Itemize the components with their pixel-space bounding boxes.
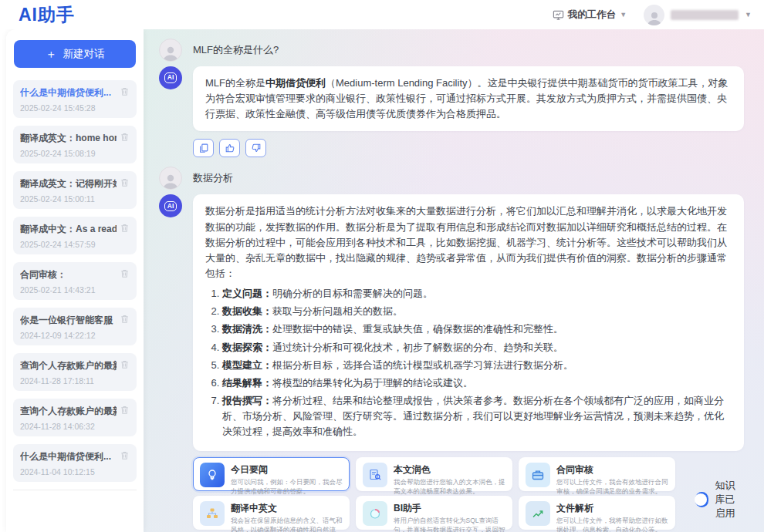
conversation-time: 2024-12-09 14:22:12 [20,331,130,340]
thumbs-down-button[interactable] [245,139,266,157]
trash-icon[interactable] [120,405,130,415]
trash-icon[interactable] [120,314,130,324]
trend-chart-icon [526,501,550,526]
conversation-time: 2025-02-24 14:57:59 [20,240,130,249]
conversation-title: 查询个人存款账户的最新... [20,359,117,372]
card-title: 合同审核 [556,463,668,476]
step-label: 模型建立： [222,359,272,371]
trash-icon[interactable] [120,86,130,96]
conversation-time: 2025-02-24 15:45:28 [20,103,130,113]
person-icon [161,44,180,61]
user-message-avatar [159,39,182,62]
ai-avatar: AI [159,194,182,217]
person-icon [646,10,663,25]
chevron-down-icon[interactable]: ▼ [745,11,752,19]
card-translate[interactable]: 翻译中英文 我会旨在保留原始信息的含义、语气和风格，以确保翻译的准确性和自然流畅… [193,496,350,530]
step-label: 数据收集： [222,305,272,317]
thumbs-up-button[interactable] [219,139,240,157]
card-title: 今日要闻 [231,463,343,476]
trash-icon[interactable] [120,359,130,369]
step-label: 结果解释： [222,377,272,389]
card-today-news[interactable]: 今日要闻 您可以问我，例如：今日要闻，我会尽力提供准确和可靠的答案。 [193,457,350,491]
monitor-icon [553,9,564,21]
workspace-label: 我的工作台 [568,8,617,22]
card-desc: 您可以上传文件，我将帮助您进行如数据处理、信息检索、自动化办公等。 [556,517,668,532]
analysis-steps: 定义问题：明确分析的目标和需要解决的问题。 数据收集：获取与分析问题相关的数据。… [205,286,732,439]
knowledge-base-toggle-group: 知识库已启用 [695,479,744,520]
knowledge-base-toggle[interactable] [695,492,708,507]
analysis-step: 报告撰写：将分析过程、结果和结论整理成报告，供决策者参考。数据分析在各个领域都有… [222,393,732,439]
feature-zone: 今日要闻 您可以问我，例如：今日要闻，我会尽力提供准确和可靠的答案。 本文润色 … [193,457,744,530]
step-desc: 获取与分析问题相关的数据。 [272,305,403,317]
trash-icon[interactable] [120,132,130,142]
analysis-step: 定义问题：明确分析的目标和需要解决的问题。 [222,286,732,301]
conversation-title: 翻译成中文：As a reader... [20,223,117,236]
answer-bold: 中期借贷便利 [265,77,326,89]
ai-badge: AI [164,201,177,211]
conversation-item[interactable]: 什么是中期借贷便利... 2024-11-04 10:12:15 [13,444,137,482]
conversation-item[interactable]: 翻译成英文：记得刚开始... 2025-02-24 15:00:11 [13,171,137,209]
card-text-polish[interactable]: 本文润色 我会帮助您进行您输入的文本润色，提高文本的流畅度和表达效果。 [356,457,512,491]
feature-cards: 今日要闻 您可以问我，例如：今日要闻，我会尽力提供准确和可靠的答案。 本文润色 … [193,457,675,530]
conversation-item[interactable]: 翻译成中文：As a reader... 2025-02-24 14:57:59 [13,217,137,254]
copy-icon [198,143,209,153]
step-label: 报告撰写： [222,395,272,406]
divider [13,490,137,490]
card-title: 文件解析 [556,502,668,515]
conversation-item[interactable]: 合同审核： 2025-02-21 14:43:21 [13,262,137,300]
knowledge-base-label: 知识库已启用 [715,479,744,520]
conversation-title: 合同审核： [20,268,117,281]
card-title: 翻译中英文 [231,502,343,515]
conversation-title: 什么是中期借贷便利... [20,450,117,463]
ai-message: AI MLF的全称是中期借贷便利（Medium-term Lending Fac… [159,66,744,131]
user-message-text: MLF的全称是什么? [193,43,279,57]
analysis-step: 数据探索：通过统计分析和可视化技术，初步了解数据的分布、趋势和关联。 [222,340,732,355]
topbar: AI助手 我的工作台 ▼ ▼ [0,0,764,29]
new-chat-button[interactable]: ＋ 新建对话 [14,40,136,68]
briefcase-icon [526,463,550,487]
step-label: 数据探索： [222,342,272,353]
card-title: 本文润色 [394,463,505,476]
app-window: AI助手 我的工作台 ▼ ▼ ＋ 新建对话 什么是中期借贷便利... 2025-… [0,0,764,532]
analysis-step: 模型建立：根据分析目标，选择合适的统计模型或机器学习算法进行数据分析。 [222,358,732,373]
card-bi-assistant[interactable]: BI助手 将用户的自然语言转化为SQL查询语句，并直接与数据库进行交互，返回智能… [356,496,512,530]
conversation-item[interactable]: 翻译成英文：home home 2025-02-24 15:08:19 [13,126,137,163]
card-desc: 将用户的自然语言转化为SQL查询语句，并直接与数据库进行交互，返回智能推荐的图表… [394,517,505,532]
card-desc: 我会帮助您进行您输入的文本润色，提高文本的流畅度和表达效果。 [394,478,505,496]
user-name-masked[interactable] [671,10,739,20]
topbar-right: 我的工作台 ▼ ▼ [553,5,764,25]
conversation-item[interactable]: 你是一位银行智能客服，... 2024-12-09 14:22:12 [13,308,137,345]
trash-icon[interactable] [120,177,130,187]
trash-icon[interactable] [120,223,130,233]
trash-icon[interactable] [120,268,130,278]
trash-icon[interactable] [120,450,130,460]
sidebar: ＋ 新建对话 什么是中期借贷便利... 2025-02-24 15:45:28 … [6,29,144,532]
card-desc: 您可以上传文件，我会有效地进行合同审核，确保合同满足您的业务需求。 [556,478,668,496]
user-avatar[interactable] [644,5,664,25]
step-desc: 明确分析的目标和需要解决的问题。 [272,288,433,299]
step-desc: 处理数据中的错误、重复或缺失值，确保数据的准确性和完整性。 [272,323,563,335]
conversation-item[interactable]: 查询个人存款账户的最新... 2024-11-28 17:18:11 [13,353,137,391]
conversation-time: 2025-02-24 15:00:11 [20,194,130,204]
translate-icon [200,501,225,526]
conversation-time: 2025-02-24 15:08:19 [20,149,130,158]
lightbulb-icon [200,463,225,487]
ai-message-bubble: 数据分析是指用适当的统计分析方法对收集来的大量数据进行分析，将它们加以汇总和理解… [193,194,744,451]
card-contract-review[interactable]: 合同审核 您可以上传文件，我会有效地进行合同审核，确保合同满足您的业务需求。 [519,457,675,491]
card-file-parse[interactable]: 文件解析 您可以上传文件，我将帮助您进行如数据处理、信息检索、自动化办公等。 [519,496,675,530]
step-desc: 通过统计分析和可视化技术，初步了解数据的分布、趋势和关联。 [272,342,563,353]
conversation-item[interactable]: 查询个人存款账户的最新... 2024-11-28 14:06:32 [13,399,137,436]
workspace-menu[interactable]: 我的工作台 ▼ [553,8,627,22]
conversation-item[interactable]: 什么是中期借贷便利... 2025-02-24 15:45:28 [13,80,137,118]
step-desc: 根据分析目标，选择合适的统计模型或机器学习算法进行数据分析。 [272,359,573,371]
conversation-title: 翻译成英文：记得刚开始... [20,177,117,190]
copy-button[interactable] [193,139,214,157]
ai-message: AI 数据分析是指用适当的统计分析方法对收集来的大量数据进行分析，将它们加以汇总… [159,194,744,451]
conversation-time: 2025-02-21 14:43:21 [20,285,130,295]
thumbs-down-icon [251,143,262,153]
analysis-step: 数据收集：获取与分析问题相关的数据。 [222,304,732,319]
toggle-knob [695,493,707,506]
conversation-title: 什么是中期借贷便利... [20,86,117,99]
user-message-text: 数据分析 [193,171,233,185]
pie-chart-icon [363,501,387,526]
